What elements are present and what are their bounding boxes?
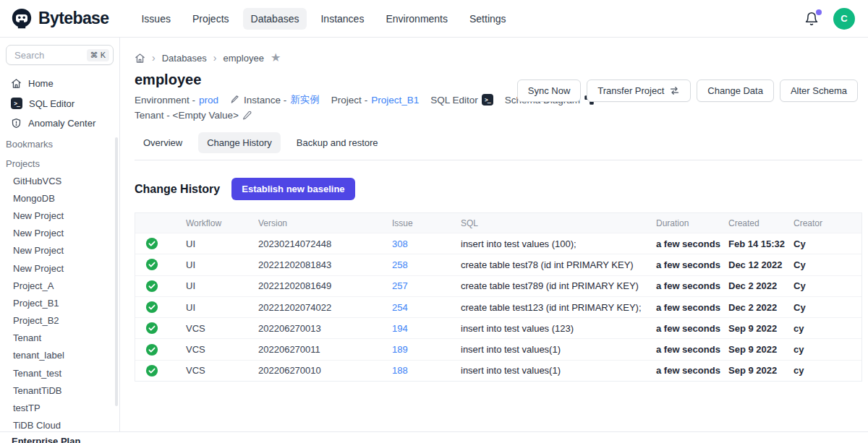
bytebase-logo[interactable]: Bytebase (10, 7, 109, 30)
col-sql: SQL (461, 218, 656, 228)
breadcrumb-separator: › (152, 52, 156, 64)
nav-projects[interactable]: Projects (184, 8, 237, 30)
alter-schema-button[interactable]: Alter Schema (780, 79, 858, 102)
sidebar-project-item[interactable]: Tenant (0, 330, 119, 347)
table-row[interactable]: UI 20221202081649 257 create table test7… (135, 275, 861, 296)
cell-creator: Cy (793, 259, 861, 270)
nav-environments[interactable]: Environments (378, 8, 456, 30)
sidebar-project-item[interactable]: tenant_label (0, 347, 119, 364)
change-history-table: Workflow Version Issue SQL Duration Crea… (135, 212, 862, 382)
notification-bell-icon[interactable] (804, 12, 819, 26)
sidebar-project-item[interactable]: New Project (0, 242, 119, 259)
sidebar-project-item[interactable]: MongoDB (0, 189, 119, 207)
sidebar-project-item[interactable]: Project_B1 (0, 294, 119, 311)
cell-creator: cy (793, 365, 861, 376)
breadcrumb: › Databases › employee ★ (135, 52, 862, 64)
col-duration: Duration (656, 218, 728, 228)
issue-link[interactable]: 258 (392, 259, 408, 270)
cell-sql: create table test789 (id int PRIMARY KEY… (461, 280, 656, 291)
brand-name: Bytebase (38, 9, 109, 28)
edit-pencil-icon[interactable] (242, 111, 252, 120)
breadcrumb-home-icon[interactable] (135, 53, 145, 64)
sidebar-project-item[interactable]: GitHubVCS (0, 172, 119, 189)
breadcrumb-databases[interactable]: Databases (162, 53, 207, 64)
issue-link[interactable]: 194 (392, 323, 408, 334)
cell-version: 20221202074022 (258, 302, 392, 313)
cell-duration: a few seconds (656, 238, 728, 249)
change-history-heading: Change History (135, 183, 220, 196)
col-created: Created (728, 218, 793, 228)
database-action-buttons: Sync Now Transfer Project Change Data Al… (517, 79, 858, 102)
environment-link[interactable]: prod (199, 95, 218, 106)
change-data-button[interactable]: Change Data (697, 79, 774, 102)
enterprise-plan-bar[interactable]: Enterprise Plan (0, 431, 868, 443)
search-box[interactable]: ⌘ K (6, 45, 114, 65)
sidebar-item-home[interactable]: Home (0, 74, 119, 93)
sidebar-project-item[interactable]: testTP (0, 399, 119, 416)
cell-duration: a few seconds (656, 259, 728, 270)
cell-creator: cy (793, 323, 861, 334)
sidebar-project-item[interactable]: Tenant_test (0, 364, 119, 382)
sidebar-item-sql-editor[interactable]: >_ SQL Editor (0, 93, 119, 113)
user-avatar[interactable]: C (833, 8, 855, 30)
cell-creator: Cy (793, 280, 861, 291)
terminal-icon: >_ (11, 98, 22, 109)
success-check-icon (145, 237, 158, 250)
establish-baseline-button[interactable]: Establish new baseline (231, 178, 354, 200)
sidebar-scrollbar[interactable] (115, 137, 118, 406)
tab-overview[interactable]: Overview (135, 132, 191, 153)
tab-change-history[interactable]: Change History (198, 132, 281, 153)
meta-sql-editor-link[interactable]: SQL Editor >_ (430, 94, 493, 106)
sidebar-item-label: Home (28, 78, 54, 89)
main-nav-links: Issues Projects Databases Instances Envi… (133, 8, 514, 30)
table-row[interactable]: UI 20230214072448 308 insert into test v… (135, 233, 861, 254)
nav-instances[interactable]: Instances (312, 8, 372, 30)
sidebar-project-item[interactable]: New Project (0, 225, 119, 242)
issue-link[interactable]: 308 (392, 238, 408, 249)
bookmark-star-icon[interactable]: ★ (271, 52, 281, 64)
cell-workflow: UI (186, 238, 258, 249)
sidebar-project-item[interactable]: Project_A (0, 277, 119, 294)
table-row[interactable]: VCS 202206270013 194 insert into test va… (135, 317, 861, 338)
success-check-icon (145, 322, 158, 335)
cell-sql: insert into test values(1) (461, 344, 656, 355)
sidebar-project-item[interactable]: New Project (0, 207, 119, 224)
sidebar-project-item[interactable]: New Project (0, 259, 119, 277)
nav-settings[interactable]: Settings (461, 8, 514, 30)
transfer-project-button[interactable]: Transfer Project (587, 79, 691, 102)
cell-workflow: UI (186, 259, 258, 270)
cell-version: 20230214072448 (258, 238, 392, 249)
issue-link[interactable]: 254 (392, 302, 408, 313)
success-check-icon (145, 280, 158, 293)
issue-link[interactable]: 189 (392, 344, 408, 355)
table-row[interactable]: UI 20221202074022 254 create table test1… (135, 296, 861, 317)
meta-instance: Instance - 新实例 (230, 93, 320, 106)
tab-backup-and-restore[interactable]: Backup and restore (288, 132, 387, 153)
issue-link[interactable]: 257 (392, 280, 408, 291)
sidebar-project-item[interactable]: TenantTiDB (0, 382, 119, 399)
nav-issues[interactable]: Issues (133, 8, 178, 30)
cell-sql: insert into test values (123) (461, 323, 656, 334)
cell-created: Feb 14 15:32 (728, 238, 793, 249)
issue-link[interactable]: 188 (392, 365, 408, 376)
cell-sql: create table test123 (id int PRIMARY KEY… (461, 302, 656, 313)
breadcrumb-separator: › (213, 52, 217, 64)
sidebar-item-label: Anomaly Center (28, 118, 95, 129)
sidebar-project-item[interactable]: Project_B2 (0, 312, 119, 330)
cell-created: Dec 2 2022 (728, 280, 793, 291)
nav-databases[interactable]: Databases (243, 8, 307, 30)
project-link[interactable]: Project_B1 (371, 95, 419, 106)
sidebar-section-bookmarks[interactable]: Bookmarks (0, 133, 119, 152)
cell-duration: a few seconds (656, 280, 728, 291)
table-row[interactable]: VCS 202206270010 188 insert into test va… (135, 360, 861, 381)
sidebar-item-anomaly-center[interactable]: Anomaly Center (0, 113, 119, 133)
search-input[interactable] (13, 49, 75, 61)
table-row[interactable]: UI 20221202081843 258 create table test7… (135, 254, 861, 275)
instance-link[interactable]: 新实例 (290, 93, 320, 106)
cell-duration: a few seconds (656, 323, 728, 334)
meta-project: Project - Project_B1 (331, 95, 419, 106)
sync-now-button[interactable]: Sync Now (517, 79, 582, 102)
cell-version: 20221202081843 (258, 259, 392, 270)
sidebar-section-projects[interactable]: Projects (0, 152, 119, 172)
table-row[interactable]: VCS 202206270011 189 insert into test va… (135, 338, 861, 359)
